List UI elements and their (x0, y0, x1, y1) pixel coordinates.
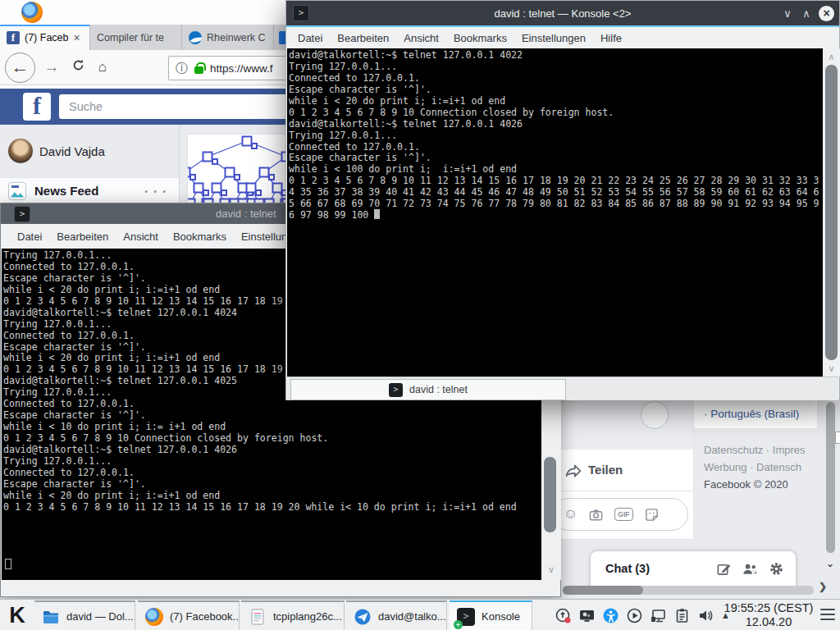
terminal-tab[interactable]: > david : telnet (290, 379, 566, 400)
titlebar[interactable]: > david : telnet — Konsole <2> ∨ ∧ × (286, 1, 839, 25)
scroll-down-icon[interactable]: ∨ (541, 564, 561, 575)
chat-label: Chat (3) (605, 562, 650, 575)
firefox-icon (145, 608, 163, 626)
facebook-search-input[interactable] (59, 94, 297, 119)
emoji-icon[interactable]: ☺ (564, 506, 578, 523)
panel-menu-icon[interactable] (820, 609, 835, 623)
terminal-output[interactable]: david@talkortell:~$ telnet 127.0.0.1 402… (287, 48, 823, 377)
home-button[interactable]: ⌂ (90, 55, 115, 80)
camera-icon[interactable] (588, 507, 604, 523)
taskbar: K david — Dol... (7) Facebook... tcpipla… (0, 599, 840, 630)
taskbar-button-document[interactable]: tcpiplang26c... (241, 600, 345, 630)
menu-bookmarks[interactable]: Bookmarks (446, 32, 514, 44)
task-label: david — Dol... (66, 610, 134, 623)
footer-link-row[interactable]: Werbung · Datensch (704, 459, 827, 476)
language-link[interactable]: · Português (Brasil) (704, 408, 799, 420)
round-button-partial[interactable] (641, 401, 669, 429)
gear-icon[interactable] (769, 561, 784, 577)
tab-close-icon[interactable]: × (74, 32, 80, 43)
post-footer-card: Teilen ☺ GIF (546, 386, 694, 540)
taskbar-button-konsole[interactable]: > + Konsole (450, 600, 532, 630)
tab-title: Rheinwerk C (207, 32, 266, 43)
updates-icon[interactable] (555, 607, 572, 624)
display-icon[interactable] (578, 607, 596, 624)
footer-link-row[interactable]: Datenschutz · Impres (704, 441, 827, 459)
news-feed-icon (8, 182, 26, 200)
menu-ansicht[interactable]: Ansicht (116, 231, 166, 243)
close-icon[interactable]: × (819, 6, 834, 21)
vertical-scrollbar-thumb[interactable] (826, 402, 835, 553)
text-document-icon (249, 608, 267, 626)
compose-icon[interactable] (716, 561, 732, 577)
scrollbar-thumb[interactable] (825, 65, 838, 360)
profile-avatar[interactable] (8, 139, 33, 163)
chat-bar[interactable]: Chat (3) (591, 551, 796, 589)
scrollbar[interactable]: ∧ ∨ (823, 48, 840, 377)
konsole-icon: > (14, 206, 30, 222)
volume-icon[interactable] (697, 607, 714, 624)
firefox-icon (21, 2, 43, 23)
menu-hilfe[interactable]: Hilfe (593, 32, 629, 44)
facebook-favicon: f (7, 31, 20, 44)
taskbar-button-dolphin[interactable]: david — Dol... (34, 600, 135, 630)
reload-button[interactable] (66, 55, 90, 80)
gif-icon[interactable]: GIF (614, 508, 632, 521)
tab-rheinwerk[interactable]: Rheinwerk C (182, 25, 274, 50)
window-title: david : telnet (216, 208, 276, 220)
desktop: f (7) Faceb × Compiler für te Rheinwerk … (0, 0, 840, 630)
taskbar-button-firefox[interactable]: (7) Facebook... (138, 600, 240, 630)
profile-name[interactable]: David Vajda (39, 144, 105, 158)
horizontal-scrollbar[interactable] (563, 586, 814, 595)
tab-bar: > david : telnet (287, 377, 838, 400)
tab-facebook[interactable]: f (7) Faceb × (0, 25, 90, 50)
terminal-cursor (374, 209, 380, 219)
chevron-right-icon[interactable]: ❯ (819, 581, 827, 592)
minimize-icon[interactable]: ∨ (781, 7, 794, 20)
clipboard-icon[interactable] (673, 607, 691, 624)
news-feed-options-icon[interactable]: • • • (144, 186, 167, 196)
horizontal-scrollbar-thumb[interactable] (563, 586, 643, 595)
menu-ansicht[interactable]: Ansicht (396, 32, 446, 44)
email-icon (354, 608, 372, 626)
add-contact-icon[interactable] (742, 561, 758, 577)
accessibility-icon[interactable] (602, 607, 619, 624)
share-row[interactable]: Teilen (547, 450, 693, 491)
digital-clock[interactable]: 19:55:25 (CEST) 12.04.20 (722, 601, 815, 629)
tab-title: (7) Faceb (25, 32, 69, 43)
news-feed-label: News Feed (34, 184, 98, 198)
menu-bookmarks[interactable]: Bookmarks (166, 231, 234, 243)
menu-bearbeiten[interactable]: Bearbeiten (49, 231, 116, 243)
menu-einstellungen[interactable]: Einstellungen (514, 32, 593, 44)
application-launcher-icon[interactable]: K (3, 601, 31, 629)
back-button[interactable]: ← (5, 52, 35, 83)
scrollbar-thumb[interactable] (544, 457, 556, 532)
url-text[interactable]: https://www.f (210, 62, 273, 75)
share-label: Teilen (588, 463, 623, 477)
konsole-icon: > + (457, 608, 475, 626)
terminal-tab-icon: > (389, 383, 403, 397)
footer-copyright: Facebook © 2020 (704, 476, 827, 493)
network-icon[interactable] (650, 607, 667, 624)
edge-element-partial (835, 431, 840, 444)
menu-bearbeiten[interactable]: Bearbeiten (330, 32, 396, 44)
task-label: Konsole (482, 610, 520, 623)
folder-icon (42, 608, 60, 626)
sidebar-item-news-feed[interactable]: News Feed • • • (0, 177, 179, 203)
page-info-icon[interactable]: ⓘ (176, 61, 188, 76)
facebook-logo[interactable]: f (23, 93, 51, 121)
menu-datei[interactable]: Datei (290, 32, 330, 44)
share-arrow-icon (564, 461, 582, 479)
chevron-down-icon[interactable]: ⌄ (826, 558, 834, 569)
comment-input-pill[interactable]: ☺ GIF (552, 498, 688, 531)
maximize-icon[interactable]: ∧ (800, 7, 813, 20)
taskbar-button-email[interactable]: david@talko... (346, 600, 447, 630)
new-instance-badge: + (454, 620, 463, 629)
tab-title: Compiler für te (97, 32, 164, 43)
menu-datei[interactable]: Datei (10, 231, 49, 243)
sticker-icon[interactable] (644, 507, 660, 523)
forward-button[interactable]: → (39, 55, 64, 80)
tab-compiler[interactable]: Compiler für te (90, 25, 182, 50)
scroll-down-icon[interactable]: ∨ (823, 363, 840, 374)
scroll-up-icon[interactable]: ∧ (823, 52, 840, 62)
media-player-icon[interactable] (626, 607, 643, 624)
